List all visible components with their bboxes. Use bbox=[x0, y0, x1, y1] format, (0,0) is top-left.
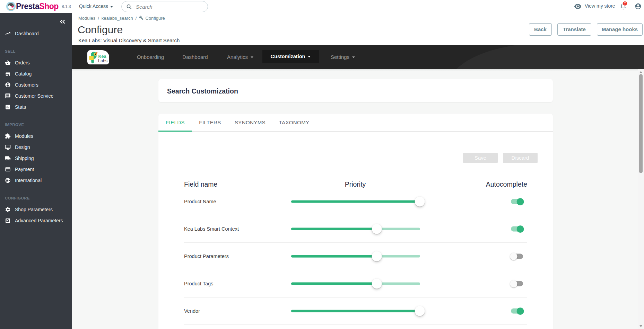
svg-text:Kea: Kea bbox=[98, 54, 107, 59]
svg-text:Labs: Labs bbox=[98, 59, 107, 63]
